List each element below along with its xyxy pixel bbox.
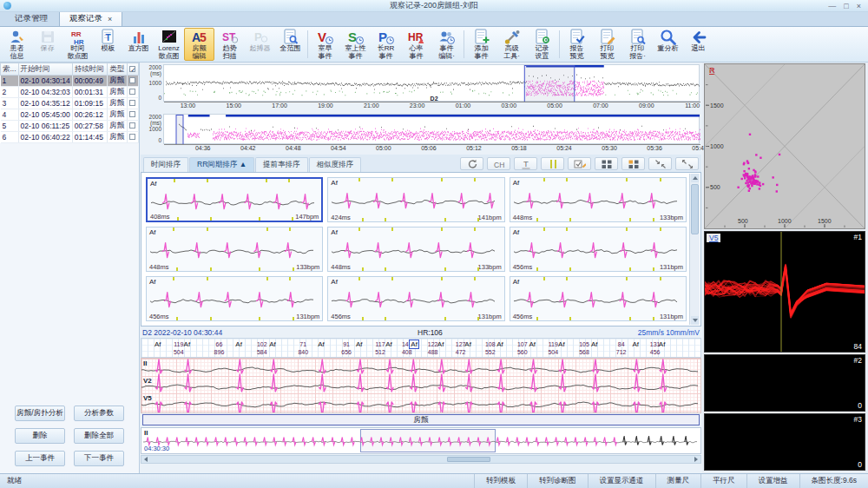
template-box-1[interactable]: V5#184 — [704, 231, 865, 353]
hscroll-thumb[interactable] — [447, 457, 490, 462]
rr-trend-24h-chart[interactable]: 2000(ms)1000013:0015:0017:0019:0021:0023… — [141, 63, 701, 113]
beat-label[interactable]: Af — [155, 340, 161, 348]
event-cell-checkbox[interactable] — [128, 98, 139, 109]
event-row[interactable]: 102-10 04:30:1400:00:49房颤 — [1, 76, 139, 87]
grid-2x2-button[interactable] — [595, 157, 618, 170]
event-row[interactable]: 402-10 05:45:0000:26:12房颤 — [1, 109, 139, 121]
beat-label[interactable]: Af — [464, 340, 471, 348]
goto-diagnosis-button[interactable]: 转到诊断图 — [527, 474, 588, 488]
row-checkbox[interactable] — [129, 77, 135, 83]
beat-label[interactable]: Af — [235, 340, 242, 348]
row-checkbox[interactable] — [129, 89, 135, 95]
tab-record-management[interactable]: 记录管理 — [5, 11, 57, 26]
beat-label[interactable]: Af — [659, 340, 666, 348]
measure-ruler-button[interactable]: 测量尺 — [655, 474, 701, 488]
toolbar-template-button[interactable]: T模板 — [93, 28, 123, 61]
rr-trend-zoom-chart-plot[interactable] — [163, 114, 700, 144]
text-tool-button[interactable]: T — [514, 157, 537, 170]
beat-label[interactable]: Af — [356, 340, 363, 348]
refresh-button[interactable] — [460, 157, 483, 170]
toolbar-exit-button[interactable]: 退出 — [683, 28, 713, 61]
toolbar-print-report-button[interactable]: 打印报告· — [622, 28, 653, 61]
event-table-header[interactable]: 持续时间 — [72, 63, 107, 76]
tab-close-icon[interactable]: × — [108, 15, 112, 23]
ecg-cell[interactable]: Af424ms141bpm — [327, 177, 504, 222]
minimize-button[interactable]: — — [828, 1, 836, 11]
toolbar-lorenz-scatter-button[interactable]: Lorenz散点图 — [154, 28, 184, 61]
sort-rr-tab[interactable]: RR间期排序 ▲ — [189, 157, 254, 172]
toolbar-patient-info-button[interactable]: 患者信息 — [2, 28, 32, 61]
beat-label-selected[interactable]: Af — [409, 340, 419, 349]
scroll-down-arrow[interactable] — [691, 316, 699, 325]
goto-template-button[interactable]: 转到模板 — [474, 474, 527, 488]
event-row[interactable]: 202-10 04:32:0300:01:31房颤 — [1, 87, 139, 98]
sort-similarity-tab[interactable]: 相似度排序 — [309, 157, 362, 172]
scroll-up-arrow[interactable] — [691, 174, 699, 182]
event-cell-checkbox[interactable] — [128, 76, 139, 87]
ecg-cell[interactable]: Af456ms131bpm — [510, 276, 687, 321]
beat-label[interactable]: Af — [318, 340, 325, 348]
header-checkbox[interactable]: ✓ — [129, 66, 135, 72]
toolbar-hr-event-button[interactable]: HR心率事件 — [401, 28, 431, 61]
row-checkbox[interactable] — [129, 134, 135, 140]
template-box-2[interactable]: #20 — [704, 354, 865, 412]
beat-label[interactable]: Af — [529, 340, 536, 348]
tab-observation-record[interactable]: 观察记录× — [59, 10, 122, 26]
analysis-params-button[interactable]: 分析参数 — [74, 406, 124, 421]
parallel-ruler-button[interactable]: 平行尺 — [700, 474, 746, 488]
ecg-cell[interactable]: Af456ms131bpm — [146, 276, 323, 321]
beat-label[interactable]: Af — [184, 340, 191, 348]
event-cell-checkbox[interactable] — [128, 132, 139, 143]
toolbar-record-settings-button[interactable]: 记录设置 — [527, 28, 557, 61]
toolbar-reanalyze-button[interactable]: 重分析 — [653, 28, 683, 61]
ecg-cell[interactable]: Af456ms131bpm — [510, 227, 687, 272]
beat-label[interactable]: Af — [591, 340, 598, 348]
af-episode-bar[interactable]: 房颤 — [142, 414, 700, 425]
toolbar-event-edit-button[interactable]: 事件编辑· — [431, 28, 462, 61]
event-table-header-checkbox[interactable]: ✓ — [128, 63, 139, 76]
ecg-leads-display[interactable]: IIV2V5 — [141, 358, 701, 413]
trend-selection-box[interactable] — [524, 66, 574, 102]
toolbar-trend-scan-button[interactable]: ST趋势扫描 — [214, 28, 245, 61]
next-event-button[interactable]: 下一事件 — [74, 451, 124, 466]
toolbar-af-edit-button[interactable]: A5房颤编辑 — [184, 28, 214, 61]
scroll-left-arrow[interactable] — [141, 456, 150, 463]
row-checkbox[interactable] — [129, 100, 135, 106]
sort-prematurity-tab[interactable]: 提前率排序 — [255, 157, 308, 172]
delete-button[interactable]: 删除 — [15, 428, 65, 444]
event-row[interactable]: 302-10 04:35:1201:09:15房颤 — [1, 98, 139, 109]
event-check-button[interactable] — [568, 157, 591, 170]
scroll-thumb[interactable] — [691, 184, 699, 234]
arrange-shrink-button[interactable] — [648, 157, 672, 170]
event-cell-checkbox[interactable] — [128, 121, 139, 132]
toolbar-report-preview-button[interactable]: 报告预览 — [562, 28, 592, 61]
toolbar-time-scatter-button[interactable]: RRHR时间散点图 — [62, 28, 93, 61]
rr-trend-zoom-chart[interactable]: 2000(ms)1000004:3604:4204:4804:5405:0005… — [141, 113, 701, 155]
beat-label[interactable]: Af — [632, 340, 639, 348]
caliper-button[interactable] — [541, 157, 564, 170]
close-button[interactable]: × — [857, 1, 861, 11]
gain-settings-button[interactable]: 设置增益 — [746, 474, 799, 488]
toolbar-pvc-event-button[interactable]: V室早事件 — [310, 28, 340, 61]
ecg-cell[interactable]: Af448ms133bpm — [327, 227, 504, 272]
event-row[interactable]: 602-10 06:40:2201:14:45房颤 — [1, 132, 139, 143]
ecg-cell[interactable]: Af448ms133bpm — [146, 227, 323, 272]
beat-label[interactable]: Af — [558, 340, 565, 348]
channel-button[interactable]: CH — [487, 157, 510, 170]
toolbar-full-range-button[interactable]: 全范围 — [275, 28, 306, 61]
beat-label[interactable]: Af — [385, 340, 392, 348]
toolbar-print-preview-button[interactable]: 打印预览 — [592, 28, 622, 61]
delete-all-button[interactable]: 删除全部 — [74, 428, 124, 444]
event-table-header[interactable]: 索... — [1, 63, 19, 76]
event-cell-checkbox[interactable] — [128, 109, 139, 121]
sort-time-tab[interactable]: 时间排序 — [143, 157, 188, 172]
prev-event-button[interactable]: 上一事件 — [15, 451, 65, 466]
toolbar-long-rr-event-button[interactable]: P长RR事件 — [371, 28, 401, 61]
maximize-button[interactable]: □ — [844, 1, 848, 11]
event-table-header[interactable]: 类型 — [108, 63, 128, 76]
display-channels-button[interactable]: 设置显示通道 — [588, 474, 655, 488]
ecg-cell[interactable]: Af408ms147bpm — [146, 177, 323, 222]
af-flutter-analysis-button[interactable]: 房颤/房扑分析 — [15, 406, 65, 421]
zoom-selection-box[interactable] — [176, 115, 183, 145]
cell-grid-scrollbar[interactable] — [689, 174, 700, 325]
